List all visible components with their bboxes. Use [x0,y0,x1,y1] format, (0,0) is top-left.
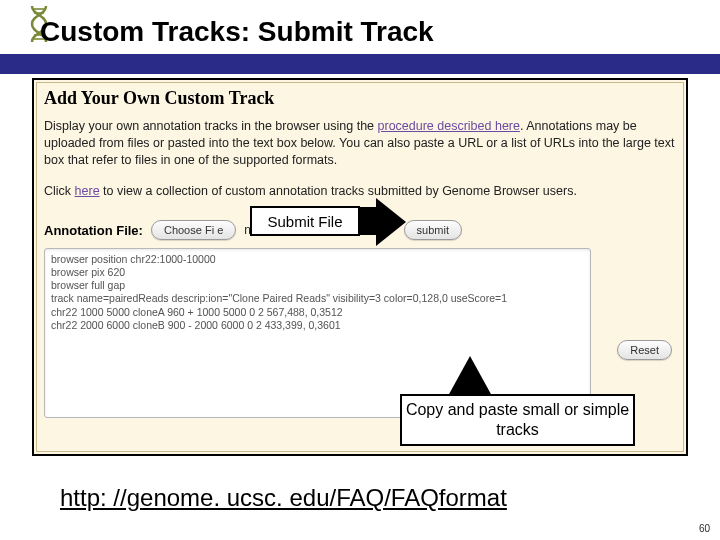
submit-button[interactable]: submit [404,220,462,240]
procedure-link[interactable]: procedure described here [378,119,520,133]
reset-button[interactable]: Reset [617,340,672,360]
panel-description: Display your own annotation tracks in th… [44,118,676,169]
collection-link[interactable]: here [75,184,100,198]
reset-wrap: Reset [617,340,672,360]
slide-title: Custom Tracks: Submit Track [40,16,434,48]
desc-text-pre: Display your own annotation tracks in th… [44,119,378,133]
click-here-line: Click here to view a collection of custo… [44,184,577,198]
click-pre: Click [44,184,75,198]
copy-paste-callout: Copy and paste small or simple tracks [400,394,635,446]
submit-arrow-icon [376,198,406,246]
annotation-textarea[interactable]: browser position chr22:1000-10000 browse… [44,248,591,418]
header-strip [0,54,720,74]
slide-root: Custom Tracks: Submit Track Add Your Own… [0,0,720,540]
annotation-label: Annotation File: [44,223,143,238]
click-post: to view a collection of custom annotatio… [103,184,577,198]
submit-file-callout: Submit File [250,206,360,236]
textarea-content: browser position chr22:1000-10000 browse… [45,249,590,336]
copy-paste-text: Copy and paste small or simple tracks [402,396,633,444]
footer-url: http: //genome. ucsc. edu/FAQ/FAQformat [60,484,507,512]
page-number: 60 [699,523,710,534]
copy-arrow-icon [448,356,492,396]
panel-heading: Add Your Own Custom Track [44,88,274,109]
choose-file-button[interactable]: Choose Fi e [151,220,236,240]
